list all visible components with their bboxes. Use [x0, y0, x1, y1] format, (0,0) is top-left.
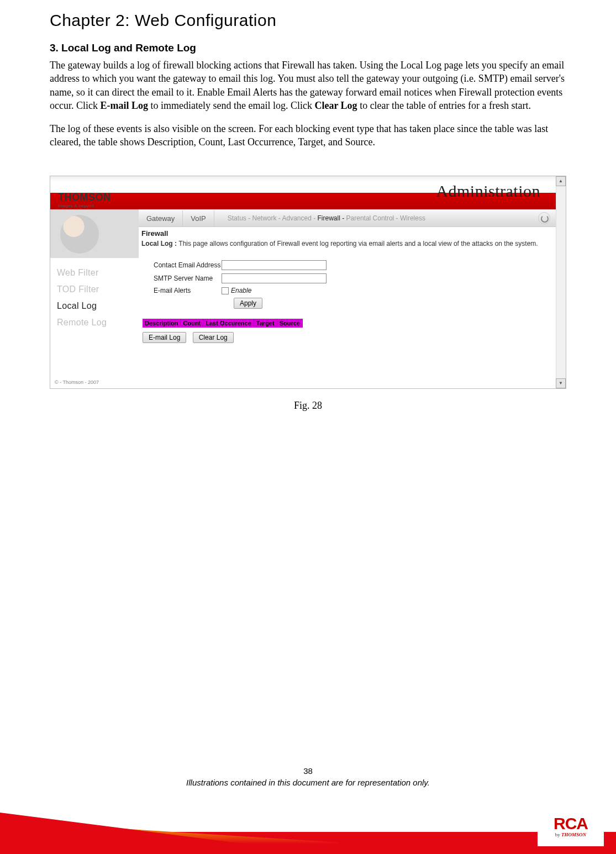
- sidebar-item-remotelog[interactable]: Remote Log: [57, 318, 132, 328]
- subnav-network[interactable]: Network -: [252, 214, 282, 222]
- tab-gateway[interactable]: Gateway: [139, 210, 183, 226]
- sidebar-item-todfilter[interactable]: TOD Filter: [57, 284, 132, 294]
- rca-logo-text: RCA: [538, 813, 604, 832]
- scroll-up-button[interactable]: ▲: [556, 176, 566, 186]
- tab-voip[interactable]: VoIP: [183, 210, 214, 226]
- brand-main: THOMSON: [58, 192, 138, 203]
- sub-navigation: Gateway VoIP Status - Network - Advanced…: [139, 210, 556, 227]
- panel-description: Local Log : This page allows configurati…: [141, 240, 554, 249]
- page-footer: 38 Illustrations contained in this docum…: [0, 766, 616, 788]
- log-buttons: E-mail Log Clear Log: [143, 332, 554, 343]
- log-table-header: Description Count Last Occurence Target …: [143, 319, 303, 328]
- refresh-icon[interactable]: [538, 212, 550, 224]
- section-title: 3. Local Log and Remote Log: [50, 42, 566, 54]
- col-source: Source: [277, 319, 303, 328]
- row-contact-email: Contact Email Address: [141, 260, 554, 270]
- subnav-wireless[interactable]: Wireless: [400, 214, 425, 222]
- embedded-screenshot: ▲ ▼ Administration THOMSON images & beyo…: [50, 176, 566, 389]
- sidebar-item-locallog[interactable]: Local Log: [57, 301, 132, 311]
- footer-tagline: Illustrations contained in this document…: [186, 778, 430, 787]
- admin-title: Administration: [436, 182, 540, 201]
- rca-by-line: by THOMSON: [538, 832, 604, 837]
- label-smtp: SMTP Server Name: [141, 275, 222, 282]
- para1-bold-2: Clear Log: [314, 100, 357, 111]
- col-count: Count: [181, 319, 204, 328]
- label-contact-email: Contact Email Address: [141, 261, 222, 269]
- brand-sub: images & beyond: [58, 203, 138, 208]
- sidebar-photo: [50, 209, 139, 258]
- footer-bar: RCA by THOMSON: [0, 810, 616, 854]
- subnav-status[interactable]: Status -: [228, 214, 252, 222]
- subnav-parental[interactable]: Parental Control -: [346, 214, 400, 222]
- main-panel: Firewall Local Log : This page allows co…: [141, 229, 554, 386]
- log-table: Description Count Last Occurence Target …: [143, 319, 554, 328]
- chapter-title: Chapter 2: Web Configuration: [50, 11, 566, 30]
- subnav-links: Status - Network - Advanced - Firewall -…: [214, 214, 538, 222]
- col-description: Description: [143, 319, 181, 328]
- para1-text-c: to immediately send the email log. Click: [148, 100, 314, 111]
- input-smtp[interactable]: [222, 273, 327, 283]
- by-brand: THOMSON: [561, 832, 586, 837]
- label-alerts: E-mail Alerts: [141, 287, 222, 294]
- apply-row: Apply: [234, 298, 554, 309]
- email-log-button[interactable]: E-mail Log: [143, 332, 186, 343]
- subnav-advanced[interactable]: Advanced -: [282, 214, 317, 222]
- para1-text-d: to clear the table of entries for a fres…: [357, 100, 531, 111]
- page-number: 38: [0, 766, 616, 776]
- footer-logo: RCA by THOMSON: [538, 813, 604, 846]
- panel-desc-rest: This page allows configuration of Firewa…: [178, 240, 538, 247]
- col-target: Target: [254, 319, 277, 328]
- clear-log-button[interactable]: Clear Log: [193, 332, 234, 343]
- paragraph-1: The gateway builds a log of firewall blo…: [50, 59, 566, 112]
- sidebar: Web Filter TOD Filter Local Log Remote L…: [50, 209, 139, 388]
- figure-caption: Fig. 28: [50, 400, 566, 412]
- panel-desc-lead: Local Log :: [141, 240, 178, 247]
- input-contact-email[interactable]: [222, 260, 327, 270]
- paragraph-2: The log of these events is also visible …: [50, 122, 566, 149]
- label-enable: Enable: [231, 287, 251, 294]
- sidebar-item-webfilter[interactable]: Web Filter: [57, 268, 132, 278]
- row-alerts: E-mail Alerts Enable: [141, 287, 554, 294]
- subnav-firewall[interactable]: Firewall -: [318, 214, 346, 222]
- col-last-occurence: Last Occurence: [203, 319, 254, 328]
- row-smtp: SMTP Server Name: [141, 273, 554, 283]
- by-prefix: by: [555, 832, 561, 837]
- panel-title: Firewall: [141, 229, 554, 238]
- scroll-down-button[interactable]: ▼: [556, 378, 566, 388]
- checkbox-enable-alerts[interactable]: [222, 287, 229, 294]
- scrollbar-track[interactable]: [556, 186, 566, 378]
- sidebar-copyright: © - Thomson - 2007: [55, 379, 99, 385]
- sidebar-navlist: Web Filter TOD Filter Local Log Remote L…: [50, 258, 139, 344]
- apply-button[interactable]: Apply: [234, 298, 262, 309]
- para1-bold-1: E-mail Log: [100, 100, 148, 111]
